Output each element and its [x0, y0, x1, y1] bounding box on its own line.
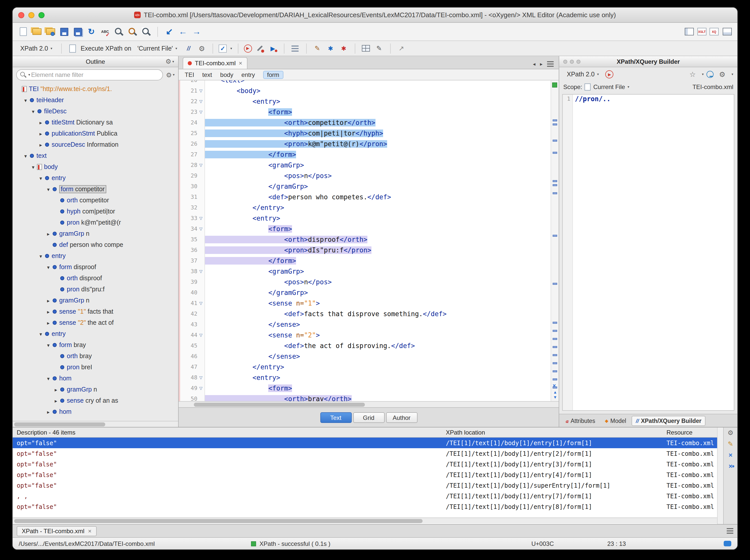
element-filter-box[interactable]: ▾ [16, 69, 163, 80]
result-row[interactable]: opt="false"/TEI[1]/text[1]/body[1]/entry… [13, 459, 717, 469]
outline-item[interactable]: orth bray [13, 351, 178, 362]
code-line[interactable]: </entry> [205, 362, 551, 372]
occurrence-marker[interactable] [553, 180, 557, 182]
scrollbar-thumb[interactable] [14, 422, 105, 426]
code-line[interactable]: <hyph>com|peti|tor</hyph> [205, 128, 551, 139]
code-line[interactable]: <pos>n</pos> [205, 171, 551, 181]
clear-expression-icon[interactable] [707, 71, 714, 78]
favorites-star-icon[interactable] [687, 69, 698, 80]
open-remote-icon[interactable] [45, 26, 56, 37]
code-line[interactable]: <orth>disproof</orth> [205, 234, 551, 245]
code-line[interactable]: <text> [205, 80, 551, 85]
code-line[interactable]: <orth>competitor</orth> [205, 117, 551, 128]
builder-tab-xpath-xquery-builder[interactable]: XPath/XQuery Builder [632, 416, 706, 426]
code-line[interactable]: <sense n="1"> [205, 298, 551, 308]
outline-item[interactable]: ▸publicationStmt Publica [13, 128, 178, 139]
code-line[interactable]: <pron>k@m"petit@(r)</pron> [205, 139, 551, 149]
builder-settings-icon[interactable] [717, 69, 728, 80]
new-document-icon[interactable] [18, 26, 28, 37]
xpath-scope-select[interactable]: 'Current File'▾ [134, 43, 181, 53]
occurrence-marker[interactable] [553, 123, 557, 125]
next-occurrence-icon[interactable]: ▼ [553, 396, 557, 400]
result-row[interactable]: opt="false"/TEI[1]/text[1]/body[1]/entry… [13, 469, 717, 480]
collapse-icon[interactable]: ▾ [45, 342, 52, 348]
remove-all-results-icon[interactable] [729, 463, 732, 470]
xslt-debugger-icon[interactable]: XSLT [697, 28, 707, 35]
format-files-icon[interactable] [325, 43, 336, 54]
open-in-browser-icon[interactable] [396, 43, 407, 54]
outline-item[interactable]: ▾entry [13, 251, 178, 262]
fold-toggle-icon[interactable]: ▽ [197, 107, 204, 117]
builder-tab-attributes[interactable]: Attributes [562, 416, 599, 426]
expand-icon[interactable]: ▸ [37, 120, 44, 125]
expand-icon[interactable]: ▸ [45, 298, 52, 303]
scrollbar-thumb[interactable] [194, 403, 365, 407]
spell-check-icon[interactable]: ABC [100, 26, 110, 37]
panel-list-icon[interactable] [727, 528, 733, 534]
collapse-icon[interactable]: ▾ [37, 331, 44, 337]
reload-icon[interactable]: ↻ [86, 26, 97, 37]
status-caret-position[interactable]: 23 : 13 [607, 540, 724, 547]
code-line[interactable]: </gramGrp> [205, 181, 551, 192]
code-line[interactable]: <entry> [205, 96, 551, 107]
result-row[interactable]: opt="false"/TEI[1]/text[1]/body[1]/entry… [13, 438, 717, 448]
occurrence-marker[interactable] [553, 346, 557, 348]
highlight-results-icon[interactable] [728, 441, 733, 448]
builder-tab-model[interactable]: Model [601, 416, 630, 426]
format-indent-icon[interactable] [290, 43, 300, 54]
jump-to-matching-icon[interactable]: ↙ [164, 26, 175, 37]
fold-toggle-icon[interactable]: ▽ [197, 85, 204, 96]
outline-item[interactable]: ▸sense "1" facts that [13, 306, 178, 317]
breadcrumb-item-entry[interactable]: entry [241, 71, 255, 78]
result-row[interactable]: opt="false"/TEI[1]/text[1]/body[1]/super… [13, 480, 717, 491]
result-row[interactable]: opt="false"/TEI[1]/text[1]/body[1]/entry… [13, 448, 717, 459]
results-xpath-header[interactable]: XPath location [446, 429, 667, 436]
code-line[interactable]: </form> [205, 149, 551, 160]
outline-item[interactable]: ▸hom [13, 406, 178, 417]
search-in-files-icon[interactable] [141, 26, 151, 37]
collapse-icon[interactable]: ▾ [30, 164, 36, 170]
code-line[interactable]: <def>person who competes.</def> [205, 192, 551, 202]
occurrence-marker[interactable] [553, 192, 557, 194]
scope-select[interactable]: Current File▾ [593, 83, 629, 91]
occurrence-marker[interactable] [553, 119, 557, 121]
execute-xpath-icon[interactable] [606, 70, 614, 78]
outline-settings-icon[interactable]: ⚙▾ [165, 58, 174, 65]
code-line[interactable]: <body> [205, 85, 551, 96]
apply-transformation-icon[interactable] [244, 44, 252, 52]
configure-transformation-icon[interactable] [254, 43, 265, 54]
code-line[interactable]: <form> [205, 224, 551, 234]
expand-icon[interactable]: ▸ [53, 398, 59, 403]
close-tab-icon[interactable]: × [239, 60, 242, 67]
occurrence-marker[interactable] [553, 140, 557, 142]
collapse-icon[interactable]: ▾ [37, 175, 44, 181]
occurrence-marker[interactable] [553, 322, 557, 324]
expand-icon[interactable]: ▸ [53, 387, 59, 392]
occurrence-marker[interactable] [553, 354, 557, 356]
xpath-settings-icon[interactable] [196, 43, 207, 54]
results-settings-icon[interactable] [728, 429, 733, 437]
tab-list-icon[interactable] [547, 61, 554, 67]
chevron-down-icon[interactable]: ▾ [230, 46, 232, 50]
expand-icon[interactable]: ▸ [45, 231, 52, 237]
outline-item[interactable]: orth competitor [13, 195, 178, 206]
next-tab-icon[interactable]: ▸ [540, 61, 542, 67]
fold-toggle-icon[interactable]: ▽ [197, 160, 204, 171]
view-tab-author[interactable]: Author [386, 412, 417, 423]
editor-overview-ruler[interactable]: × ▲ ▼ [551, 80, 559, 401]
outline-item[interactable]: TEI "http://www.tei-c.org/ns/1. [13, 83, 178, 95]
outline-item[interactable]: ▾fileDesc [13, 106, 178, 117]
occurrence-marker[interactable] [553, 370, 557, 372]
occurrence-marker[interactable] [553, 235, 557, 237]
format-selection-icon[interactable] [338, 43, 349, 54]
author-mode-icon[interactable] [374, 43, 384, 54]
close-results-tab-icon[interactable]: × [88, 527, 92, 535]
xpath-expression-editor[interactable]: 1 //pron/.. [562, 94, 734, 411]
code-line[interactable]: <def>the act of disproving.</def> [205, 340, 551, 351]
occurrence-marker[interactable] [553, 338, 557, 340]
breadcrumb-item-text[interactable]: text [202, 71, 212, 78]
fold-toggle-icon[interactable]: ▽ [197, 213, 204, 224]
collapse-icon[interactable]: ▾ [22, 153, 29, 159]
outline-item[interactable]: ▸gramGrp n [13, 384, 178, 395]
fold-toggle-icon[interactable]: ▽ [197, 224, 204, 234]
